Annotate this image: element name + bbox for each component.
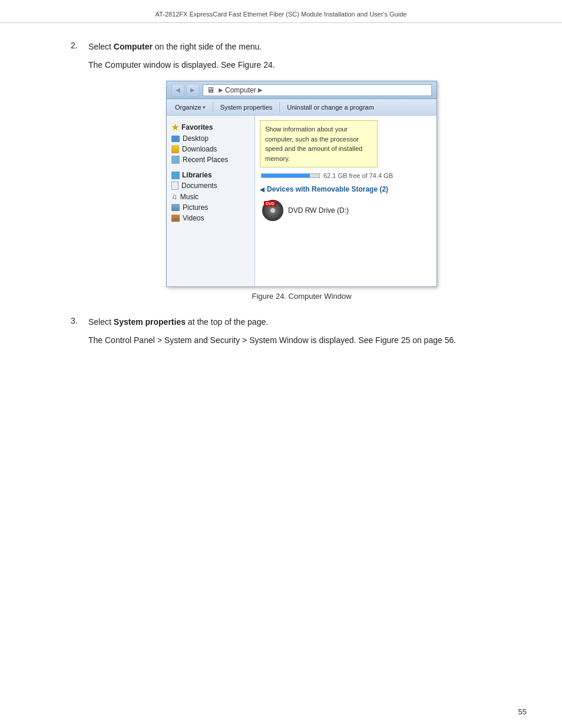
step-3-bold: System properties bbox=[114, 317, 186, 327]
toolbar-separator-2 bbox=[279, 102, 280, 113]
sidebar-favorites-header: ★ Favorites bbox=[167, 120, 254, 133]
forward-button[interactable]: ▶ bbox=[186, 84, 199, 97]
libraries-icon bbox=[171, 172, 180, 179]
pictures-icon bbox=[171, 204, 180, 211]
step-3-number: 3. bbox=[71, 316, 88, 356]
address-label: Computer bbox=[225, 86, 256, 94]
dvd-drive-label: DVD RW Drive (D:) bbox=[288, 206, 349, 215]
step-2: 2. Select Computer on the right side of … bbox=[71, 41, 515, 305]
info-tooltip: Show information about your computer, su… bbox=[260, 120, 378, 167]
step-2-body: Select Computer on the right side of the… bbox=[88, 41, 515, 305]
address-arrow: ▶ bbox=[219, 87, 223, 93]
sidebar-libraries-header: Libraries bbox=[167, 169, 254, 180]
videos-icon bbox=[171, 215, 180, 222]
recent-icon bbox=[171, 156, 180, 164]
dvd-icon: DVD bbox=[262, 200, 283, 221]
page-number: 55 bbox=[518, 707, 527, 716]
step-2-bold: Computer bbox=[114, 42, 153, 51]
step-2-subtext: The Computer window is displayed. See Fi… bbox=[88, 59, 515, 71]
sidebar-item-downloads[interactable]: Downloads bbox=[167, 144, 254, 154]
main-pane: Show information about your computer, su… bbox=[255, 116, 437, 286]
sidebar-item-recent[interactable]: Recent Places bbox=[167, 154, 254, 165]
music-icon: ♫ bbox=[171, 192, 177, 201]
sidebar: ★ Favorites Desktop Downloads bbox=[167, 116, 255, 286]
downloads-icon bbox=[171, 145, 179, 153]
explorer-toolbar: Organize ▾ System properties Uninstall o… bbox=[167, 99, 437, 116]
step-3-text: Select System properties at the top of t… bbox=[88, 316, 515, 328]
header-title: AT-2812FX ExpressCard Fast Ethernet Fibe… bbox=[156, 11, 407, 18]
disk-bar-fill bbox=[262, 174, 310, 177]
favorites-icon: ★ bbox=[171, 123, 179, 132]
page-content: 2. Select Computer on the right side of … bbox=[0, 23, 562, 390]
system-properties-button[interactable]: System properties bbox=[217, 103, 276, 112]
nav-buttons: ◀ ▶ bbox=[171, 84, 199, 97]
step-2-text: Select Computer on the right side of the… bbox=[88, 41, 515, 53]
sidebar-item-videos[interactable]: Videos bbox=[167, 213, 254, 223]
sidebar-item-music[interactable]: ♫ Music bbox=[167, 191, 254, 202]
explorer-titlebar: ◀ ▶ 🖥 ▶ Computer ▶ bbox=[167, 81, 437, 99]
sidebar-favorites-section: ★ Favorites Desktop Downloads bbox=[167, 120, 254, 165]
back-button[interactable]: ◀ bbox=[171, 84, 184, 97]
address-bar[interactable]: 🖥 ▶ Computer ▶ bbox=[203, 84, 432, 96]
explorer-body: ★ Favorites Desktop Downloads bbox=[167, 116, 437, 286]
figure-24-container: ◀ ▶ 🖥 ▶ Computer ▶ Organize bbox=[88, 81, 515, 301]
step-3-body: Select System properties at the top of t… bbox=[88, 316, 515, 356]
documents-icon bbox=[171, 182, 178, 190]
dvd-drive-item[interactable]: DVD DVD RW Drive (D:) bbox=[260, 198, 432, 223]
disk-bar bbox=[261, 173, 320, 178]
figure-24-caption: Figure 24. Computer Window bbox=[252, 292, 351, 301]
step-2-number: 2. bbox=[71, 41, 88, 305]
sidebar-item-desktop[interactable]: Desktop bbox=[167, 133, 254, 144]
sidebar-item-documents[interactable]: Documents bbox=[167, 180, 254, 191]
step-3-subtext: The Control Panel > System and Security … bbox=[88, 334, 515, 347]
collapse-icon: ◀ bbox=[260, 186, 265, 193]
desktop-icon bbox=[171, 136, 180, 142]
sidebar-item-pictures[interactable]: Pictures bbox=[167, 202, 254, 213]
organize-caret: ▾ bbox=[203, 104, 206, 110]
toolbar-separator-1 bbox=[213, 102, 213, 113]
page-header: AT-2812FX ExpressCard Fast Ethernet Fibe… bbox=[0, 0, 562, 23]
address-end-arrow: ▶ bbox=[258, 87, 263, 93]
organize-button[interactable]: Organize ▾ bbox=[171, 103, 209, 112]
disk-bar-row: 62.1 GB free of 74.4 GB bbox=[260, 172, 432, 179]
uninstall-button[interactable]: Uninstall or change a program bbox=[283, 103, 377, 112]
dvd-label: DVD bbox=[264, 201, 276, 206]
explorer-window: ◀ ▶ 🖥 ▶ Computer ▶ Organize bbox=[166, 81, 437, 287]
removable-storage-header: ◀ Devices with Removable Storage (2) bbox=[260, 185, 432, 193]
disk-info-label: 62.1 GB free of 74.4 GB bbox=[323, 172, 393, 179]
step-3: 3. Select System properties at the top o… bbox=[71, 316, 515, 356]
sidebar-libraries-section: Libraries Documents ♫ Music bbox=[167, 169, 254, 223]
